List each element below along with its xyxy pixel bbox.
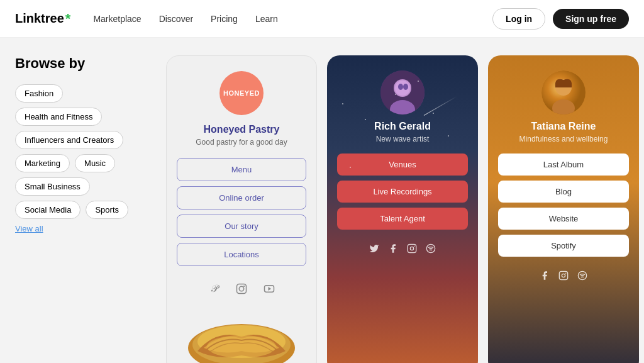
main-content: Browse by Fashion Health and Fitness Inf… [0, 38, 644, 363]
rich-gerald-btn-recordings[interactable]: Live Recordings [337, 181, 468, 203]
facebook-icon [388, 243, 398, 255]
rich-gerald-subtitle: New wave artist [376, 135, 430, 143]
tag-music[interactable]: Music [75, 154, 115, 172]
card-honeyed-pastry: HONEYED Honeyed Pastry Good pastry for a… [166, 55, 317, 363]
croissant-image [177, 310, 306, 363]
rich-gerald-avatar [380, 70, 425, 114]
svg-point-25 [565, 273, 567, 274]
card-tatiana-reine: Tatiana Reine Mindfulness and wellbeing … [488, 55, 639, 363]
svg-rect-0 [237, 284, 247, 294]
svg-point-1 [239, 286, 244, 291]
honeyed-pastry-icons: 𝒫 [205, 280, 278, 298]
instagram-icon [233, 280, 250, 298]
nav-discover[interactable]: Discover [159, 14, 193, 24]
svg-point-8 [207, 335, 276, 358]
honeyed-pastry-btn-locations[interactable]: Locations [177, 243, 306, 266]
tatiana-reine-btn-album[interactable]: Last Album [498, 154, 629, 176]
honeyed-pastry-btn-menu[interactable]: Menu [177, 158, 306, 181]
tatiana-reine-btn-blog[interactable]: Blog [498, 181, 629, 203]
svg-rect-15 [408, 244, 416, 252]
svg-point-17 [414, 246, 415, 247]
spotify-icon2 [577, 271, 587, 282]
header: Linktree* Marketplace Discover Pricing L… [0, 0, 644, 38]
youtube-icon [260, 280, 278, 298]
tag-health[interactable]: Health and Fitness [15, 108, 102, 126]
signup-button[interactable]: Sign up free [553, 9, 629, 29]
nav-learn[interactable]: Learn [255, 14, 278, 24]
honeyed-pastry-logo: HONEYED [219, 71, 264, 115]
tag-sports[interactable]: Sports [86, 201, 128, 219]
login-button[interactable]: Log in [492, 8, 545, 30]
main-nav: Marketplace Discover Pricing Learn [93, 14, 492, 24]
honeyed-pastry-name: Honeyed Pastry [204, 124, 280, 135]
tag-marketing[interactable]: Marketing [15, 154, 70, 172]
svg-point-2 [243, 286, 245, 287]
sidebar: Browse by Fashion Health and Fitness Inf… [15, 55, 153, 363]
tag-list: Fashion Health and Fitness Influencers a… [15, 84, 153, 233]
paypal-icon: 𝒫 [205, 280, 223, 298]
browse-title: Browse by [15, 55, 153, 72]
instagram-icon2 [407, 243, 417, 255]
rich-gerald-icons [369, 243, 436, 255]
tatiana-reine-btn-spotify[interactable]: Spotify [498, 235, 629, 257]
header-actions: Log in Sign up free [492, 8, 629, 30]
rich-gerald-btn-venues[interactable]: Venues [337, 154, 468, 176]
logo-text: Linktree [15, 11, 64, 26]
tag-fashion[interactable]: Fashion [15, 84, 63, 103]
nav-pricing[interactable]: Pricing [211, 14, 238, 24]
svg-point-16 [410, 247, 413, 250]
logo-asterisk: * [65, 11, 71, 27]
tatiana-reine-subtitle: Mindfulness and wellbeing [519, 135, 608, 143]
svg-rect-23 [559, 271, 567, 279]
view-all-button[interactable]: View all [15, 224, 43, 233]
tag-small-business[interactable]: Small Business [15, 177, 90, 196]
svg-point-24 [562, 274, 565, 277]
honeyed-pastry-btn-order[interactable]: Online order [177, 186, 306, 209]
rich-gerald-btn-talent[interactable]: Talent Agent [337, 208, 468, 230]
shooting-star [424, 96, 457, 116]
tatiana-reine-btn-website[interactable]: Website [498, 208, 629, 230]
twitter-icon [369, 243, 379, 255]
rich-gerald-name: Rich Gerald [374, 121, 431, 132]
tatiana-reine-avatar [541, 70, 586, 114]
svg-point-14 [403, 84, 408, 90]
tag-influencers[interactable]: Influencers and Creators [15, 131, 123, 149]
svg-point-13 [398, 84, 403, 90]
honeyed-pastry-subtitle: Good pastry for a good day [196, 138, 287, 147]
facebook-icon2 [540, 271, 550, 282]
card-rich-gerald: Rich Gerald New wave artist Venues Live … [327, 55, 478, 363]
nav-marketplace[interactable]: Marketplace [93, 14, 141, 24]
tatiana-reine-name: Tatiana Reine [531, 121, 596, 132]
logo[interactable]: Linktree* [15, 11, 70, 27]
tatiana-reine-icons [540, 271, 587, 282]
honeyed-pastry-btn-story[interactable]: Our story [177, 215, 306, 238]
tag-social-media[interactable]: Social Media [15, 201, 80, 219]
spotify-icon [426, 243, 436, 255]
instagram-icon3 [558, 271, 569, 282]
svg-marker-4 [269, 287, 272, 291]
cards-container: HONEYED Honeyed Pastry Good pastry for a… [166, 55, 639, 363]
